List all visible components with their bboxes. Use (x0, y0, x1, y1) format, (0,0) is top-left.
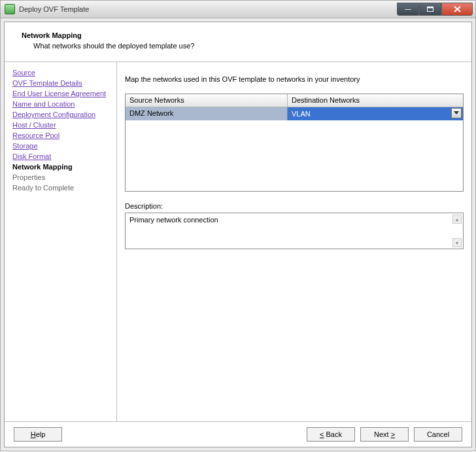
destination-dropdown-button[interactable] (451, 108, 462, 118)
step-name-location[interactable]: Name and Location (12, 99, 116, 109)
cancel-button[interactable]: Cancel (414, 427, 462, 442)
step-ready: Ready to Complete (12, 183, 116, 193)
step-storage[interactable]: Storage (12, 141, 116, 151)
step-properties: Properties (12, 172, 116, 183)
maximize-icon (427, 7, 434, 12)
description-label: Description: (125, 202, 464, 210)
step-eula[interactable]: End User License Agreement (12, 88, 116, 99)
step-ovf-details[interactable]: OVF Template Details (12, 78, 116, 88)
wizard-header: Network Mapping What networks should the… (5, 22, 471, 61)
column-destination-networks[interactable]: Destination Networks (288, 94, 463, 107)
column-source-networks[interactable]: Source Networks (126, 94, 288, 107)
window-controls: — (397, 3, 473, 16)
destination-network-cell[interactable]: VLAN (288, 107, 463, 120)
network-mapping-table: Source Networks Destination Networks DMZ… (125, 94, 464, 192)
source-network-cell: DMZ Network (126, 107, 288, 120)
maximize-button[interactable] (419, 3, 441, 16)
dialog-outer: Network Mapping What networks should the… (0, 18, 476, 451)
step-host-cluster[interactable]: Host / Cluster (12, 120, 116, 130)
chevron-down-icon (454, 111, 459, 115)
close-button[interactable] (441, 3, 473, 16)
back-button[interactable]: < Back (307, 427, 355, 442)
step-network-mapping: Network Mapping (12, 162, 116, 172)
help-button[interactable]: Help (14, 427, 62, 442)
table-header: Source Networks Destination Networks (126, 94, 463, 107)
scroll-up-button[interactable]: ▴ (452, 215, 462, 224)
step-deployment-config[interactable]: Deployment Configuration (12, 109, 116, 120)
wizard-steps: Source OVF Template Details End User Lic… (5, 62, 117, 421)
page-title: Network Mapping (22, 31, 460, 39)
svg-marker-4 (454, 111, 459, 114)
destination-network-value: VLAN (292, 110, 311, 118)
instruction-text: Map the networks used in this OVF templa… (125, 75, 464, 83)
minimize-button[interactable]: — (397, 3, 419, 16)
wizard-footer: Help < Back Next > Cancel (5, 422, 471, 447)
description-box: Primary network connection ▴ ▾ (125, 213, 464, 249)
step-source[interactable]: Source (12, 67, 116, 78)
description-text: Primary network connection (129, 216, 218, 224)
step-disk-format[interactable]: Disk Format (12, 151, 116, 162)
wizard-body: Source OVF Template Details End User Lic… (5, 61, 471, 422)
app-icon (5, 4, 15, 14)
window-title: Deploy OVF Template (19, 5, 89, 13)
table-row[interactable]: DMZ Network VLAN (126, 107, 463, 120)
dialog-inner: Network Mapping What networks should the… (4, 22, 472, 447)
scroll-down-button[interactable]: ▾ (452, 238, 462, 247)
page-subtitle: What networks should the deployed templa… (22, 39, 460, 50)
next-button[interactable]: Next > (360, 427, 409, 442)
step-resource-pool[interactable]: Resource Pool (12, 130, 116, 141)
titlebar: Deploy OVF Template — (0, 0, 476, 18)
close-icon (454, 6, 461, 12)
wizard-main: Map the networks used in this OVF templa… (117, 62, 471, 421)
